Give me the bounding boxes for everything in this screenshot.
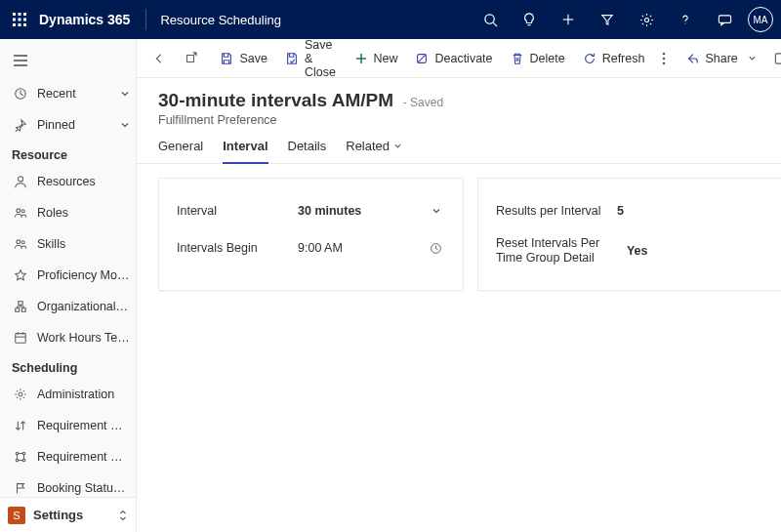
sidebar-item-administration[interactable]: Administration xyxy=(0,379,136,410)
tab-general[interactable]: General xyxy=(158,139,203,163)
updown-icon xyxy=(118,509,128,522)
tab-related[interactable]: Related xyxy=(346,139,402,163)
popout-icon xyxy=(184,52,197,65)
sidebar-item-resources[interactable]: Resources xyxy=(0,166,136,197)
form-tabs: General Interval Details Related xyxy=(137,127,781,164)
sidebar-item-roles[interactable]: Roles xyxy=(0,197,136,228)
svg-rect-29 xyxy=(16,334,26,344)
area-switcher[interactable]: S Settings xyxy=(0,497,136,532)
panel-icon xyxy=(774,52,781,65)
status-icon xyxy=(12,450,29,464)
add-icon[interactable] xyxy=(549,0,588,39)
share-icon xyxy=(685,52,699,65)
chevron-down-icon xyxy=(393,142,402,150)
sidebar: Recent Pinned Resource Resources Roles S… xyxy=(0,39,137,532)
delete-button[interactable]: Delete xyxy=(503,43,573,74)
save-button[interactable]: Save xyxy=(212,43,275,74)
deactivate-icon xyxy=(415,52,429,65)
tab-interval[interactable]: Interval xyxy=(223,139,267,163)
svg-line-45 xyxy=(418,54,427,62)
overflow-button[interactable] xyxy=(654,43,674,74)
svg-point-35 xyxy=(22,452,25,455)
deactivate-button[interactable]: Deactivate xyxy=(407,43,500,74)
user-avatar[interactable]: MA xyxy=(748,7,773,32)
sidebar-item-proficiency[interactable]: Proficiency Models xyxy=(0,260,136,291)
gear-icon[interactable] xyxy=(627,0,666,39)
back-icon xyxy=(152,52,166,65)
search-icon[interactable] xyxy=(471,0,510,39)
chevron-down-icon xyxy=(120,120,130,130)
sidebar-item-org-units[interactable]: Organizational Un… xyxy=(0,291,136,322)
avatar-initials: MA xyxy=(754,15,768,25)
chevron-down-icon xyxy=(120,89,130,99)
svg-rect-1 xyxy=(19,13,21,16)
svg-rect-5 xyxy=(23,19,26,21)
help-icon[interactable] xyxy=(666,0,705,39)
pin-icon xyxy=(12,118,29,132)
back-button[interactable] xyxy=(144,43,174,74)
svg-rect-27 xyxy=(16,308,20,312)
sidebar-item-booking-statuses[interactable]: Booking Statuses xyxy=(0,472,136,497)
svg-point-22 xyxy=(17,209,21,213)
chat-icon[interactable] xyxy=(705,0,744,39)
trash-icon xyxy=(511,52,524,65)
sidebar-item-skills[interactable]: Skills xyxy=(0,228,136,260)
svg-rect-16 xyxy=(719,15,730,22)
hamburger-icon[interactable] xyxy=(0,43,136,78)
refresh-button[interactable]: Refresh xyxy=(575,43,653,74)
svg-point-36 xyxy=(16,459,19,462)
svg-point-33 xyxy=(19,392,22,396)
svg-rect-6 xyxy=(13,23,16,26)
save-icon xyxy=(220,52,233,65)
save-close-button[interactable]: Save & Close xyxy=(277,43,347,74)
global-nav: Dynamics 365 Resource Scheduling MA xyxy=(0,0,781,39)
save-status: - Saved xyxy=(403,96,443,109)
svg-point-24 xyxy=(17,240,21,244)
svg-rect-26 xyxy=(19,302,22,306)
svg-rect-28 xyxy=(21,308,25,312)
svg-point-14 xyxy=(644,18,648,21)
app-title[interactable]: Resource Scheduling xyxy=(148,13,293,27)
filter-icon[interactable] xyxy=(588,0,627,39)
page-title: 30-minute intervals AM/PM xyxy=(158,90,393,111)
field-results-per-interval[interactable]: Results per Interval 5 xyxy=(496,192,764,229)
chevron-down-icon xyxy=(748,54,757,62)
svg-point-47 xyxy=(663,57,666,60)
chevron-down-icon xyxy=(428,206,445,216)
sidebar-item-req-status[interactable]: Requirement Stat… xyxy=(0,441,136,472)
brand-label[interactable]: Dynamics 365 xyxy=(39,12,144,27)
assistant-button[interactable] xyxy=(766,43,781,74)
open-new-window-button[interactable] xyxy=(176,43,205,74)
svg-rect-4 xyxy=(19,19,21,21)
more-vertical-icon xyxy=(662,52,666,65)
share-button[interactable]: Share xyxy=(678,43,763,74)
card-results-settings: Results per Interval 5 Reset Intervals P… xyxy=(477,178,781,291)
main-content: Save Save & Close New Deactivate Delete … xyxy=(137,39,781,532)
svg-rect-8 xyxy=(23,23,26,26)
sidebar-group-scheduling: Scheduling xyxy=(0,353,136,379)
svg-rect-2 xyxy=(23,13,26,16)
svg-rect-3 xyxy=(13,19,16,21)
sidebar-pinned[interactable]: Pinned xyxy=(0,109,136,141)
svg-line-10 xyxy=(493,22,497,26)
tab-details[interactable]: Details xyxy=(288,139,327,163)
entity-type: Fulfillment Preference xyxy=(158,113,781,127)
field-reset-intervals[interactable]: Reset Intervals Per Time Group Detail Ye… xyxy=(496,229,764,272)
clock-icon xyxy=(428,242,445,255)
flag-icon xyxy=(12,481,29,495)
field-interval[interactable]: Interval 30 minutes xyxy=(177,192,445,229)
refresh-icon xyxy=(583,52,596,65)
field-intervals-begin[interactable]: Intervals Begin 9:00 AM xyxy=(177,229,445,266)
plus-icon xyxy=(355,53,367,64)
nav-divider xyxy=(145,9,146,30)
svg-rect-49 xyxy=(775,53,781,62)
new-button[interactable]: New xyxy=(348,43,405,74)
svg-point-21 xyxy=(18,177,22,182)
svg-point-48 xyxy=(663,61,666,64)
lightbulb-icon[interactable] xyxy=(510,0,549,39)
sidebar-item-work-hours[interactable]: Work Hours Temp… xyxy=(0,322,136,353)
app-launcher-icon[interactable] xyxy=(0,0,39,39)
svg-rect-7 xyxy=(19,23,21,26)
sidebar-item-req-priority[interactable]: Requirement Prior… xyxy=(0,410,136,441)
sidebar-recent[interactable]: Recent xyxy=(0,78,136,109)
